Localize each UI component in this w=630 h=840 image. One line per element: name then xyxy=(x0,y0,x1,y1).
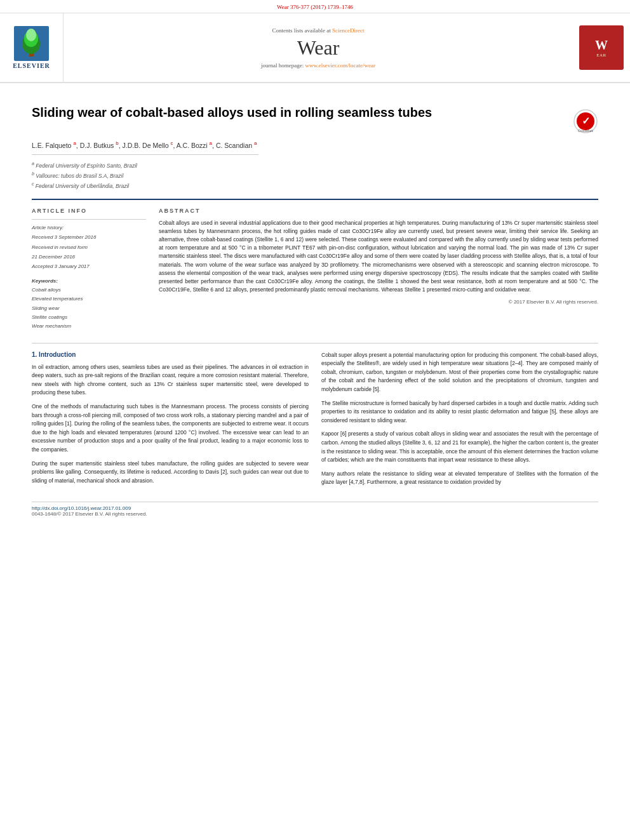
journal-name: Wear xyxy=(297,36,340,60)
footer-doi[interactable]: http://dx.doi.org/10.1016/j.wear.2017.01… xyxy=(32,505,598,511)
journal-header-center: Contents lists available at ScienceDirec… xyxy=(64,13,573,82)
elsevier-logo-section: ELSEVIER xyxy=(0,13,64,82)
article-info-column: ARTICLE INFO Article history: Received 3… xyxy=(32,208,146,331)
abstract-label: ABSTRACT xyxy=(159,208,598,214)
wear-journal-badge: W EAR xyxy=(579,25,624,70)
received-date: Received 3 September 2016 xyxy=(32,233,146,242)
keyword-4: Stellite coatings xyxy=(32,313,146,322)
article-title: Sliding wear of cobalt-based alloys used… xyxy=(32,105,563,120)
elsevier-tree-icon xyxy=(14,26,49,61)
copyright-line: © 2017 Elsevier B.V. All rights reserved… xyxy=(159,299,598,305)
body-right-paragraph-3: Kapoor [6] presents a study of various c… xyxy=(321,430,598,464)
keywords-section: Keywords: Cobalt alloys Elevated tempera… xyxy=(32,278,146,331)
body-right-paragraph-2: The Stellite microstructure is formed ba… xyxy=(321,399,598,425)
body-left-column: 1. Introduction In oil extraction, among… xyxy=(32,351,309,492)
article-info-label: ARTICLE INFO xyxy=(32,208,146,214)
crossmark-badge-icon[interactable]: ✓ CrossMark xyxy=(573,109,598,134)
wear-badge-subtitle: EAR xyxy=(596,53,607,58)
abstract-column: ABSTRACT Cobalt alloys are used in sever… xyxy=(159,208,598,331)
elsevier-text: ELSEVIER xyxy=(13,62,50,69)
svg-text:CrossMark: CrossMark xyxy=(578,129,594,133)
body-right-column: Cobalt super alloys present a potential … xyxy=(321,351,598,492)
body-right-paragraph-1: Cobalt super alloys present a potential … xyxy=(321,351,598,394)
journal-homepage-line: journal homepage: www.elsevier.com/locat… xyxy=(261,62,375,69)
elsevier-logo: ELSEVIER xyxy=(13,26,50,69)
intro-heading: 1. Introduction xyxy=(32,351,309,358)
svg-point-4 xyxy=(26,29,36,41)
history-label: Article history: xyxy=(32,223,146,232)
keywords-list: Cobalt alloys Elevated temperatures Slid… xyxy=(32,286,146,331)
article-footer: http://dx.doi.org/10.1016/j.wear.2017.01… xyxy=(32,502,598,517)
keywords-title: Keywords: xyxy=(32,278,146,284)
accepted-date: Accepted 3 January 2017 xyxy=(32,262,146,271)
affiliations: a Federal University of Espírito Santo, … xyxy=(32,160,598,191)
keyword-2: Elevated temperatures xyxy=(32,295,146,303)
keyword-3: Sliding wear xyxy=(32,304,146,313)
body-paragraph-1: In oil extraction, among others uses, se… xyxy=(32,363,309,397)
affil-b: b Vallourec: tubos do Brasil S.A, Brazil xyxy=(32,170,598,180)
keyword-5: Wear mechanism xyxy=(32,322,146,331)
abstract-text: Cobalt alloys are used in several indust… xyxy=(159,219,598,295)
affil-divider xyxy=(32,154,258,155)
authors-line: L.E. Falqueto a, D.J. Butkus b, J.D.B. D… xyxy=(32,140,598,149)
article-info-abstract-section: ARTICLE INFO Article history: Received 3… xyxy=(32,199,598,331)
journal-citation-bar: Wear 376-377 (2017) 1739–1746 xyxy=(0,0,630,13)
received-revised-label: Received in revised form xyxy=(32,243,146,252)
journal-citation-text: Wear 376-377 (2017) 1739–1746 xyxy=(277,4,353,10)
footer-copyright: 0043-1648/© 2017 Elsevier B.V. All right… xyxy=(32,511,598,517)
sciencedirect-link[interactable]: ScienceDirect xyxy=(332,27,364,34)
wear-badge-title: W xyxy=(595,38,608,53)
article-history: Article history: Received 3 September 20… xyxy=(32,223,146,272)
journal-badge-section: W EAR xyxy=(573,13,630,82)
affil-a: a Federal University of Espírito Santo, … xyxy=(32,160,598,170)
journal-header: ELSEVIER Contents lists available at Sci… xyxy=(0,13,630,83)
body-right-paragraph-4: Many authors relate the resistance to sl… xyxy=(321,470,598,487)
article-info-divider xyxy=(32,219,146,220)
body-paragraph-2: One of the methods of manufacturing such… xyxy=(32,403,309,455)
affil-c: c Federal University of Uberlândia, Braz… xyxy=(32,180,598,190)
svg-text:✓: ✓ xyxy=(582,116,590,126)
sciencedirect-line: Contents lists available at ScienceDirec… xyxy=(272,27,365,34)
body-two-col: 1. Introduction In oil extraction, among… xyxy=(32,351,598,492)
journal-homepage-link[interactable]: www.elsevier.com/locate/wear xyxy=(305,62,375,69)
revised-date: 21 December 2016 xyxy=(32,253,146,262)
keyword-1: Cobalt alloys xyxy=(32,286,146,295)
main-content: Sliding wear of cobalt-based alloys used… xyxy=(0,83,630,530)
body-section: 1. Introduction In oil extraction, among… xyxy=(32,343,598,492)
body-paragraph-3: During the super martensitic stainless s… xyxy=(32,460,309,486)
article-title-section: Sliding wear of cobalt-based alloys used… xyxy=(32,96,598,140)
